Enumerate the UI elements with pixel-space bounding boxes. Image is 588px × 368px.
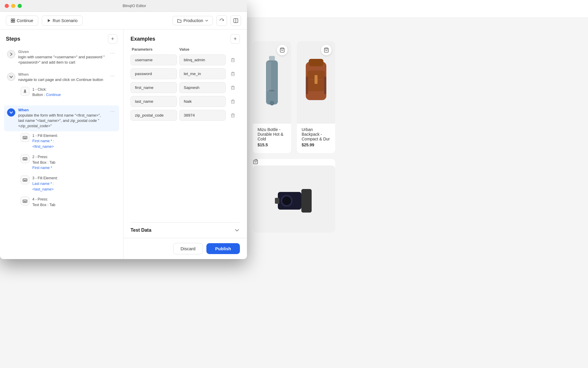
keyboard-icon-4 [21,197,29,205]
keyboard-icon-3 [21,175,29,184]
param-first-name[interactable]: first_name [131,82,177,93]
svg-rect-11 [315,75,318,84]
svg-rect-50 [231,59,234,62]
trash-icon [230,85,235,90]
click-icon [21,87,29,96]
run-scenario-button[interactable]: Run Scenario [42,16,83,26]
backpack-price: $25.99 [302,142,330,147]
steps-panel: Steps + Given login with username [0,29,123,259]
svg-text:mizu: mizu [269,89,274,92]
when-1-more-button[interactable]: ··· [109,72,116,80]
value-last-name[interactable]: Naik [179,96,226,107]
delete-first-name-button[interactable] [228,83,238,92]
continue-button[interactable]: Continue [6,16,38,26]
keyboard-icon-2 [21,154,29,163]
traffic-lights [5,4,22,8]
param-zip[interactable]: zip_postal_code [131,110,177,121]
backpack-title: Urban Backpack - Compact & Dur [302,127,330,141]
grid-icon [11,19,15,23]
add-to-cart-backpack[interactable] [321,45,332,55]
svg-rect-40 [23,179,27,181]
layout-button[interactable] [230,15,241,26]
publish-button[interactable]: Publish [206,243,240,254]
sub-step-2-4: 4 - Press: Text Box : Tab [18,195,119,210]
table-row: username blinq_admin [131,54,240,65]
svg-rect-30 [23,136,27,139]
svg-point-4 [270,101,274,105]
when-2-desc: populate the form with first name "<firs… [18,113,106,129]
play-icon [47,19,51,23]
backpack-info: Urban Backpack - Compact & Dur $25.99 [297,124,335,147]
sub-step-2-3-content: 3 - Fill Element: Last name * : <last_na… [32,175,58,192]
bottle-info: Mizu Bottle - Durable Hot & Cold $15.5 [253,124,291,147]
maximize-button[interactable] [18,4,22,8]
sub-step-2-4-content: 4 - Press: Text Box : Tab [32,197,55,208]
table-row: zip_postal_code 38974 [131,110,240,121]
folder-icon [177,18,182,23]
discard-button[interactable]: Discard [173,243,203,254]
svg-rect-16 [301,189,312,213]
sub-step-1-1-content: 1 - Click: Button : Continue [32,87,61,98]
given-more-button[interactable]: ··· [109,49,116,57]
delete-zip-button[interactable] [228,111,238,120]
sub-step-1-1: 1 - Click: Button : Continue [18,85,119,100]
trash-icon [230,113,235,118]
table-row: last_name Naik [131,96,240,107]
editor-footer: Discard Publish [123,238,247,259]
svg-rect-22 [11,21,13,22]
trash-icon [230,99,235,104]
add-to-cart-partial[interactable] [253,159,335,165]
examples-title: Examples [131,36,155,42]
value-username[interactable]: blinq_admin [179,54,226,65]
value-first-name[interactable]: Sapnesh [179,82,226,93]
delete-password-button[interactable] [228,69,238,79]
chevron-down-icon-active [9,110,13,115]
bottle-price: $15.5 [258,142,286,147]
param-last-name[interactable]: last_name [131,96,177,107]
environment-selector[interactable]: Production [173,16,213,25]
editor-overlay: BlinqIO Editor Continue Run Scenario Pro… [0,0,247,259]
given-toggle[interactable] [7,50,15,58]
svg-marker-24 [48,19,51,22]
when-2-toggle[interactable] [7,108,15,117]
sub-step-2-2-content: 2 - Press: Text Box : Tab First name * [32,154,55,171]
minimize-button[interactable] [11,4,15,8]
value-zip[interactable]: 38974 [179,110,226,121]
when-1-content: When navigate to cart page and click on … [18,72,106,82]
delete-username-button[interactable] [228,55,238,65]
sub-step-2-3: 3 - Fill Element: Last name * : <last_na… [18,174,119,194]
when-2-content: When populate the form with first name "… [18,108,106,129]
when-1-sub-steps: 1 - Click: Button : Continue [4,85,119,103]
when-step-2: When populate the form with first name "… [4,105,119,213]
sub-step-2-1-content: 1 - Fill Element: First name * : <first_… [32,133,58,150]
delete-last-name-button[interactable] [228,97,238,106]
svg-rect-13 [324,77,326,94]
param-username[interactable]: username [131,54,177,65]
add-example-button[interactable]: + [230,34,240,44]
svg-rect-1 [269,56,275,60]
chevron-down-icon [9,75,13,79]
when-1-toggle[interactable] [7,73,15,81]
when-step-2-header[interactable]: When populate the form with first name "… [4,105,119,131]
steps-list: Given login with username "<username>" a… [0,47,123,259]
when-step-1-header[interactable]: When navigate to cart page and click on … [4,70,119,85]
given-step-header[interactable]: Given login with username "<username>" a… [4,47,119,67]
add-to-cart-bottle[interactable] [277,45,288,55]
trash-icon [230,58,235,62]
value-password[interactable]: let_me_in [179,68,226,79]
svg-rect-35 [23,158,27,160]
when-step-1: When navigate to cart page and click on … [4,70,119,103]
svg-rect-20 [11,19,13,20]
param-password[interactable]: password [131,68,177,79]
svg-rect-3 [267,62,271,91]
test-data-header[interactable]: Test Data [131,223,240,238]
when-2-label: When [18,108,106,112]
close-button[interactable] [5,4,9,8]
refresh-button[interactable] [216,15,227,26]
examples-panel: Examples + Parameters Value username bli… [123,29,247,259]
parameters-col-header: Parameters [132,47,177,52]
add-step-button[interactable]: + [108,34,117,44]
svg-rect-23 [13,21,15,22]
when-2-more-button[interactable]: ··· [109,108,116,115]
when-2-sub-steps: 1 - Fill Element: First name * : <first_… [4,131,119,213]
